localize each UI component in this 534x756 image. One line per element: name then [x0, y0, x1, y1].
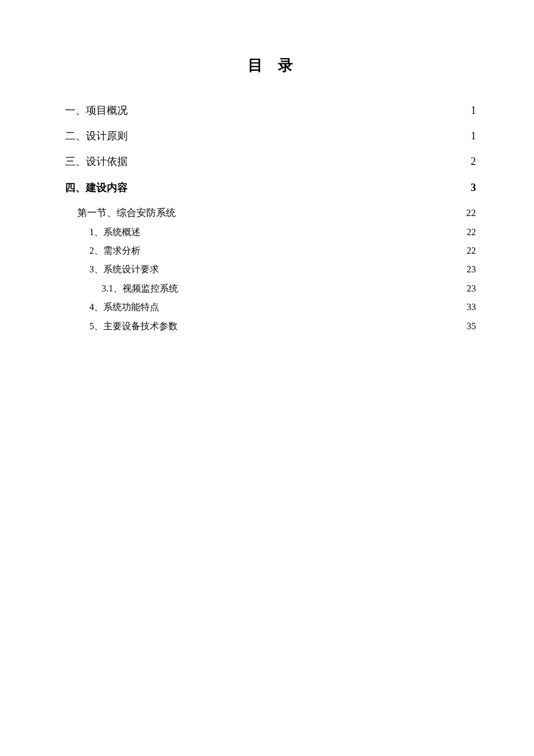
toc-page-number: 2 [463, 154, 476, 169]
toc-page-number: 1 [463, 103, 476, 118]
toc-label: 四、建设内容 [65, 181, 128, 195]
toc-entry[interactable]: 二、设计原则1 [65, 129, 476, 143]
page-title: 目录 [65, 55, 476, 75]
toc-entry[interactable]: 一、项目概况1 [65, 103, 476, 118]
toc-page-number: 33 [463, 301, 476, 314]
toc-entry[interactable]: 3.1、视频监控系统23 [102, 282, 476, 295]
toc-label: 三、设计依据 [65, 154, 128, 169]
toc-label: 1、系统概述 [89, 226, 140, 239]
toc-page-number: 35 [463, 320, 476, 333]
toc-label: 3、系统设计要求 [89, 263, 159, 276]
toc-entry[interactable]: 四、建设内容3 [65, 181, 476, 195]
toc-label: 3.1、视频监控系统 [102, 282, 178, 295]
toc-page-number: 1 [463, 129, 476, 143]
toc-page-number: 23 [463, 263, 476, 276]
toc-page-number: 3 [463, 181, 476, 195]
toc-entry[interactable]: 4、系统功能特点33 [89, 301, 476, 314]
toc-page-number: 22 [463, 244, 476, 257]
toc-page-number: 22 [463, 226, 476, 239]
toc-label: 第一节、综合安防系统 [77, 206, 176, 220]
toc-entry[interactable]: 3、系统设计要求23 [89, 263, 476, 276]
toc-entry[interactable]: 2、需求分析22 [89, 244, 476, 257]
toc-entry[interactable]: 5、主要设备技术参数35 [89, 320, 476, 333]
toc-label: 5、主要设备技术参数 [89, 320, 178, 333]
toc-entry[interactable]: 1、系统概述22 [89, 226, 476, 239]
toc-label: 一、项目概况 [65, 103, 128, 118]
toc-list: 一、项目概况1二、设计原则1三、设计依据2四、建设内容3第一节、综合安防系统22… [65, 103, 476, 333]
toc-entry[interactable]: 第一节、综合安防系统22 [77, 206, 476, 220]
toc-label: 4、系统功能特点 [89, 301, 159, 314]
toc-label: 2、需求分析 [89, 244, 140, 257]
toc-label: 二、设计原则 [65, 129, 128, 143]
toc-page-number: 22 [463, 206, 476, 220]
toc-entry[interactable]: 三、设计依据2 [65, 154, 476, 169]
toc-page-number: 23 [463, 282, 476, 295]
